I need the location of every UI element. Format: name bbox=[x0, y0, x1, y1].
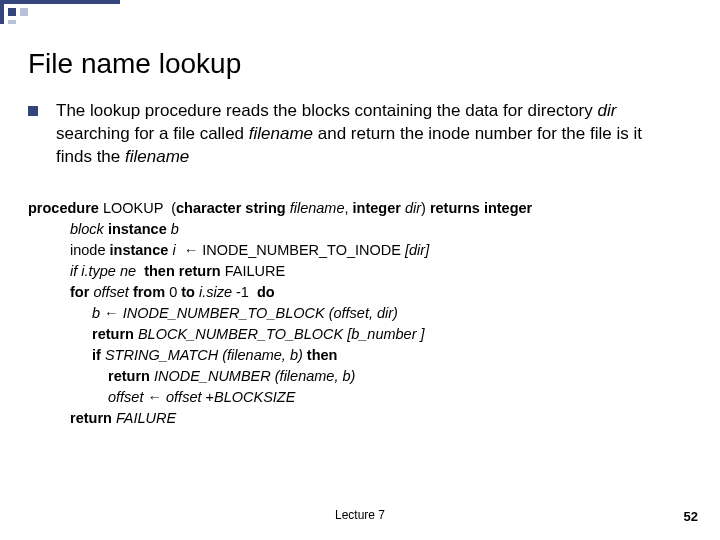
slide-title: File name lookup bbox=[28, 48, 241, 80]
footer-lecture-label: Lecture 7 bbox=[0, 508, 720, 522]
pseudocode-block: procedure LOOKUP (character string filen… bbox=[28, 198, 680, 429]
code-line: offset ← offset +BLOCKSIZE bbox=[28, 387, 680, 408]
code-line: procedure LOOKUP (character string filen… bbox=[28, 198, 680, 219]
code-line: return INODE_NUMBER (filename, b) bbox=[28, 366, 680, 387]
code-line: return BLOCK_NUMBER_TO_BLOCK [b_number ] bbox=[28, 324, 680, 345]
code-line: b ← INODE_NUMBER_TO_BLOCK (offset, dir) bbox=[28, 303, 680, 324]
code-line: for offset from 0 to i.size -1 do bbox=[28, 282, 680, 303]
bullet-square-icon bbox=[28, 106, 38, 116]
svg-rect-1 bbox=[0, 0, 4, 24]
svg-rect-2 bbox=[8, 8, 16, 16]
bullet-item: The lookup procedure reads the blocks co… bbox=[28, 100, 680, 169]
slide-number: 52 bbox=[684, 509, 698, 524]
code-line: if i.type ne then return FAILURE bbox=[28, 261, 680, 282]
code-line: if STRING_MATCH (filename, b) then bbox=[28, 345, 680, 366]
svg-rect-3 bbox=[20, 8, 28, 16]
code-line: return FAILURE bbox=[28, 408, 680, 429]
bullet-text: The lookup procedure reads the blocks co… bbox=[56, 100, 680, 169]
code-line: block instance b bbox=[28, 219, 680, 240]
svg-rect-4 bbox=[8, 20, 16, 24]
code-line: inode instance i ← INODE_NUMBER_TO_INODE… bbox=[28, 240, 680, 261]
svg-rect-0 bbox=[0, 0, 120, 4]
corner-decoration bbox=[0, 0, 120, 24]
